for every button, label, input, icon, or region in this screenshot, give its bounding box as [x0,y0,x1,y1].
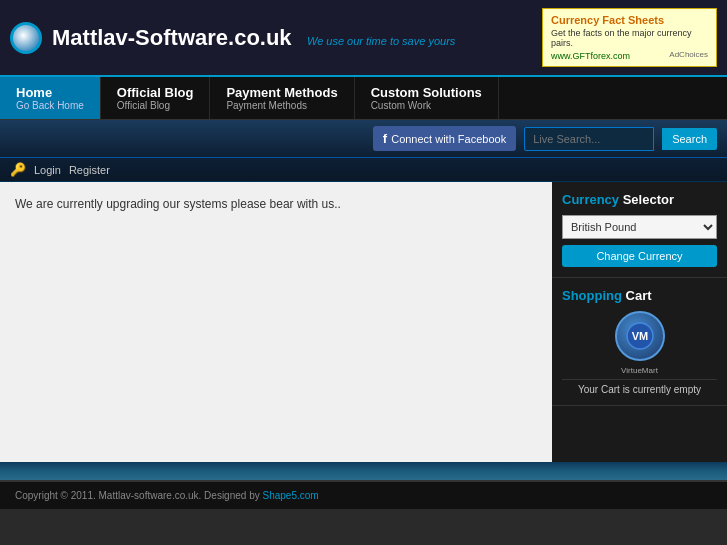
facebook-connect-button[interactable]: f Connect with Facebook [373,126,516,151]
footer-link[interactable]: Shape5.com [263,490,319,501]
logo-tagline: We use our time to save yours [307,35,455,47]
fb-connect-label: Connect with Facebook [391,133,506,145]
cart-logo-image: VM [615,311,665,361]
currency-title-rest: Selector [619,192,674,207]
nav-blog-label: Official Blog [117,85,194,100]
nav-item-blog[interactable]: Official Blog Official Blog [101,77,211,119]
ad-title: Currency Fact Sheets [551,14,708,26]
ad-choices[interactable]: AdChoices [669,50,708,59]
nav-payment-label: Payment Methods [226,85,337,100]
nav-custom-sub: Custom Work [371,100,482,111]
footer: Copyright © 2011. Mattlav-software.co.uk… [0,480,727,509]
search-input[interactable] [524,127,654,151]
cart-widget-title: Shopping Cart [562,288,717,303]
nav-item-payment[interactable]: Payment Methods Payment Methods [210,77,354,119]
login-bar: 🔑 Login Register [0,158,727,182]
ad-link[interactable]: www.GFTforex.com [551,51,630,61]
site-header: Mattlav-Software.co.uk We use our time t… [0,0,727,77]
nav-item-custom[interactable]: Custom Solutions Custom Work [355,77,499,119]
currency-widget-title: Currency Selector [562,192,717,207]
cart-icon: VM [626,322,654,350]
cart-title-highlight: Shopping [562,288,622,303]
facebook-icon: f [383,131,387,146]
footer-text: Copyright © 2011. Mattlav-software.co.uk… [15,490,263,501]
toolbar: f Connect with Facebook Search [0,120,727,158]
currency-title-highlight: Currency [562,192,619,207]
content-wrapper: We are currently upgrading our systems p… [0,182,727,462]
svg-text:VM: VM [631,330,648,342]
logo-name: Mattlav-Software.co.uk [52,25,292,50]
sidebar: Currency Selector British Pound US Dolla… [552,182,727,462]
wave-divider [0,462,727,480]
nav-payment-sub: Payment Methods [226,100,337,111]
ad-banner[interactable]: Currency Fact Sheets Get the facts on th… [542,8,717,67]
currency-widget: Currency Selector British Pound US Dolla… [552,182,727,278]
logo-text: Mattlav-Software.co.uk We use our time t… [52,25,455,51]
nav-home-label: Home [16,85,84,100]
ad-body: Get the facts on the major currency pair… [551,28,708,48]
cart-widget: Shopping Cart VM VirtueMart Your Cart is… [552,278,727,406]
logo-icon [10,22,42,54]
nav-blog-sub: Official Blog [117,100,194,111]
nav-custom-label: Custom Solutions [371,85,482,100]
search-button[interactable]: Search [662,128,717,150]
register-link[interactable]: Register [69,164,110,176]
cart-status: Your Cart is currently empty [562,379,717,395]
key-icon: 🔑 [10,162,26,177]
logo-area: Mattlav-Software.co.uk We use our time t… [10,22,455,54]
login-link[interactable]: Login [34,164,61,176]
main-nav: Home Go Back Home Official Blog Official… [0,77,727,120]
cart-title-rest: Cart [622,288,652,303]
main-content: We are currently upgrading our systems p… [0,182,552,462]
currency-selector[interactable]: British Pound US Dollar Euro Australian … [562,215,717,239]
change-currency-button[interactable]: Change Currency [562,245,717,267]
virtuemart-label: VirtueMart [562,366,717,375]
nav-item-home[interactable]: Home Go Back Home [0,77,101,119]
main-message: We are currently upgrading our systems p… [15,197,537,211]
nav-home-sub: Go Back Home [16,100,84,111]
